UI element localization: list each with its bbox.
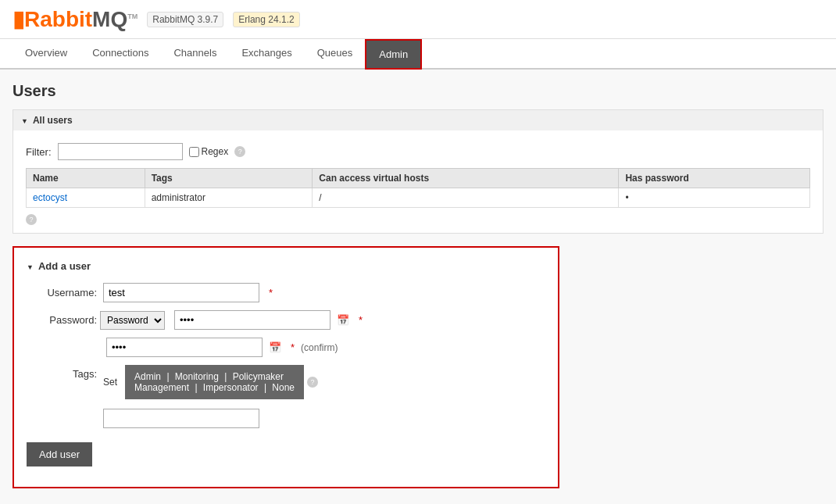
confirm-password-row: 📅 * (confirm) <box>27 338 545 357</box>
col-tags: Tags <box>145 169 313 188</box>
nav-queues[interactable]: Queues <box>305 39 366 68</box>
main-content: Users All users Filter: Regex ? Name <box>0 70 836 504</box>
nav-channels[interactable]: Channels <box>161 39 229 68</box>
logo-icon: ▮Rabbit <box>13 7 92 31</box>
all-users-body: Filter: Regex ? Name Tags Can access vir… <box>13 130 823 233</box>
all-users-chevron <box>21 115 28 126</box>
add-user-button-row: Add user <box>27 436 545 466</box>
col-name: Name <box>27 169 145 188</box>
username-row: Username: * <box>27 283 545 302</box>
add-user-panel: Add a user Username: * Password: Passwor… <box>13 246 559 488</box>
logo-mq: MQ <box>92 7 127 31</box>
password-type-row: Password: Password Hashed <box>27 311 165 330</box>
username-required: * <box>269 287 273 298</box>
tag-monitoring[interactable]: Monitoring <box>175 371 219 382</box>
sep-2: | <box>224 371 229 382</box>
tags-label: Tags: <box>27 365 97 380</box>
main-nav: Overview Connections Channels Exchanges … <box>0 39 836 70</box>
calendar-icon-1[interactable]: 📅 <box>337 314 349 326</box>
users-table: Name Tags Can access virtual hosts Has p… <box>26 168 810 208</box>
tags-dropdown: Admin | Monitoring | Policymaker Managem… <box>125 365 304 399</box>
password-type-select[interactable]: Password Hashed <box>100 311 165 330</box>
confirm-label: (confirm) <box>301 342 338 353</box>
sep-3: | <box>195 382 199 393</box>
tag-none[interactable]: None <box>272 382 295 393</box>
regex-label: Regex <box>202 146 229 157</box>
nav-exchanges[interactable]: Exchanges <box>229 39 304 68</box>
col-password: Has password <box>619 169 810 188</box>
confirm-required: * <box>291 341 295 353</box>
tags-row: Tags: Set Admin | Monitoring | Policymak… <box>27 365 545 428</box>
username-label: Username: <box>27 287 97 298</box>
add-user-header: Add a user <box>27 260 545 272</box>
regex-checkbox-label[interactable]: Regex <box>189 146 229 157</box>
tag-policymaker[interactable]: Policymaker <box>233 371 284 382</box>
user-name-link[interactable]: ectocyst <box>33 192 67 203</box>
tag-admin[interactable]: Admin <box>134 371 161 382</box>
calendar-icon-2[interactable]: 📅 <box>269 341 281 353</box>
user-password-cell: • <box>619 188 810 208</box>
regex-checkbox[interactable] <box>189 147 199 157</box>
password-input[interactable] <box>174 310 330 330</box>
nav-admin[interactable]: Admin <box>365 39 422 70</box>
username-input[interactable] <box>103 283 259 302</box>
rabbitmq-version: RabbitMQ 3.9.7 <box>147 12 223 27</box>
tags-help-icon[interactable]: ? <box>307 377 318 388</box>
logo-tm: TM <box>127 13 138 20</box>
password-row: Password: Password Hashed 📅 * <box>27 310 545 330</box>
sep-1: | <box>166 371 171 382</box>
erlang-version: Erlang 24.1.2 <box>233 12 299 27</box>
tags-input-row <box>103 404 318 428</box>
tags-set-label: Set <box>103 377 117 388</box>
add-user-chevron <box>27 260 34 272</box>
table-header-row: Name Tags Can access virtual hosts Has p… <box>27 169 810 188</box>
password-required: * <box>359 314 363 326</box>
user-name-cell: ectocyst <box>27 188 145 208</box>
nav-overview[interactable]: Overview <box>13 39 80 68</box>
page-title: Users <box>13 82 823 100</box>
header: ▮RabbitMQTM RabbitMQ 3.9.7 Erlang 24.1.2 <box>0 0 836 39</box>
all-users-panel: All users Filter: Regex ? Name Tags Can … <box>13 109 823 234</box>
tags-input[interactable] <box>103 409 259 428</box>
confirm-password-input[interactable] <box>106 338 263 357</box>
password-label: Password: <box>27 314 97 326</box>
add-user-label: Add a user <box>38 260 91 272</box>
sep-4: | <box>264 382 269 393</box>
table-row: ectocyst administrator / • <box>27 188 810 208</box>
tag-impersonator[interactable]: Impersonator <box>203 382 259 393</box>
tags-area: Set Admin | Monitoring | Policymaker Man… <box>103 365 318 428</box>
col-vhosts: Can access virtual hosts <box>313 169 619 188</box>
filter-input[interactable] <box>58 143 183 160</box>
table-help-icon[interactable]: ? <box>26 214 37 225</box>
filter-label: Filter: <box>26 146 52 158</box>
filter-row: Filter: Regex ? <box>26 138 810 165</box>
all-users-label: All users <box>33 115 73 126</box>
tag-management[interactable]: Management <box>134 382 189 393</box>
logo: ▮RabbitMQTM <box>13 6 138 32</box>
tags-set-row: Set Admin | Monitoring | Policymaker Man… <box>103 365 318 399</box>
add-user-button[interactable]: Add user <box>27 442 92 466</box>
user-vhosts-cell: / <box>313 188 619 208</box>
logo-area: ▮RabbitMQTM RabbitMQ 3.9.7 Erlang 24.1.2 <box>13 6 300 32</box>
filter-help-icon[interactable]: ? <box>234 146 245 157</box>
all-users-header[interactable]: All users <box>13 110 823 130</box>
user-tags-cell: administrator <box>145 188 313 208</box>
nav-connections[interactable]: Connections <box>80 39 161 68</box>
